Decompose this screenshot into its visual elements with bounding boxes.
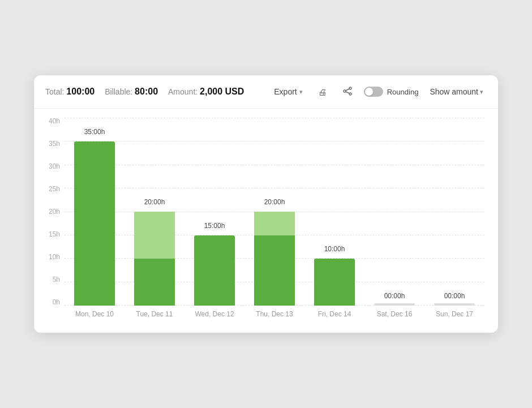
bar-light xyxy=(134,212,175,259)
bar-group: 00:00h xyxy=(364,118,424,306)
x-axis-label: Tue, Dec 11 xyxy=(125,310,185,318)
bar-light xyxy=(254,212,295,235)
toolbar-stats: Total: 100:00 Billable: 80:00 Amount: 2,… xyxy=(45,87,271,97)
y-axis-label: 25h xyxy=(45,186,65,192)
svg-line-4 xyxy=(346,92,349,93)
chart-area: 0h5h10h15h20h25h30h35h40h 35:00h20:00h15… xyxy=(34,109,498,333)
x-axis-label: Sat, Dec 16 xyxy=(364,310,424,318)
y-axis-label: 5h xyxy=(45,276,65,283)
rounding-toggle[interactable] xyxy=(364,87,383,97)
amount-stat: Amount: 2,000 USD xyxy=(168,87,244,97)
amount-label: Amount: xyxy=(168,87,198,96)
share-icon xyxy=(343,87,352,97)
svg-point-2 xyxy=(349,93,351,95)
bar-dark xyxy=(194,235,235,306)
bar-wrapper xyxy=(254,212,295,306)
bar-empty xyxy=(434,303,475,306)
bar-group: 20:00h xyxy=(125,118,185,306)
x-axis-label: Wed, Dec 12 xyxy=(185,310,244,318)
bar-dark xyxy=(254,235,295,306)
total-stat: Total: 100:00 xyxy=(45,87,95,97)
toolbar: Total: 100:00 Billable: 80:00 Amount: 2,… xyxy=(34,75,498,109)
toggle-track xyxy=(364,87,383,97)
bar-wrapper xyxy=(434,303,475,306)
bar-value-label: 10:00h xyxy=(324,245,345,253)
bar-group: 10:00h xyxy=(304,118,364,306)
chart-inner: 0h5h10h15h20h25h30h35h40h 35:00h20:00h15… xyxy=(45,118,484,321)
show-amount-label: Show amount xyxy=(430,87,478,96)
rounding-toggle-container: Rounding xyxy=(364,87,419,97)
billable-value: 80:00 xyxy=(135,87,158,96)
y-axis-label: 15h xyxy=(45,231,65,238)
bar-wrapper xyxy=(314,259,355,306)
toggle-thumb xyxy=(365,88,373,96)
total-value: 100:00 xyxy=(66,87,95,96)
bar-group: 20:00h xyxy=(244,118,304,306)
export-button[interactable]: Export ▾ xyxy=(271,85,306,98)
toolbar-actions: Export ▾ 🖨 xyxy=(271,83,487,100)
bar-value-label: 20:00h xyxy=(144,198,165,206)
bar-wrapper xyxy=(374,303,415,306)
show-amount-chevron-icon: ▾ xyxy=(480,88,483,96)
print-button[interactable]: 🖨 xyxy=(314,83,331,100)
y-axis-label: 0h xyxy=(45,299,65,306)
bar-value-label: 00:00h xyxy=(384,292,405,300)
y-axis: 0h5h10h15h20h25h30h35h40h xyxy=(45,118,65,321)
x-axis-label: Fri, Dec 14 xyxy=(304,310,364,318)
billable-stat: Billable: 80:00 xyxy=(105,87,158,97)
show-amount-button[interactable]: Show amount ▾ xyxy=(426,85,487,98)
bar-wrapper xyxy=(134,212,175,306)
export-label: Export xyxy=(274,87,297,96)
bar-group: 00:00h xyxy=(424,118,484,306)
bar-group: 35:00h xyxy=(65,118,125,306)
x-axis-label: Thu, Dec 13 xyxy=(244,310,304,318)
x-axis-label: Sun, Dec 17 xyxy=(424,310,484,318)
chart-body: 35:00h20:00h15:00h20:00h10:00h00:00h00:0… xyxy=(65,118,484,321)
y-axis-label: 35h xyxy=(45,140,65,147)
share-button[interactable] xyxy=(339,83,356,100)
y-axis-label: 20h xyxy=(45,208,65,215)
bar-dark xyxy=(314,259,355,306)
y-axis-label: 40h xyxy=(45,118,65,124)
main-card: Total: 100:00 Billable: 80:00 Amount: 2,… xyxy=(34,75,498,333)
svg-point-0 xyxy=(349,87,351,89)
x-axis-label: Mon, Dec 10 xyxy=(65,310,125,318)
bar-wrapper xyxy=(74,141,115,306)
y-axis-label: 10h xyxy=(45,254,65,260)
bar-group: 15:00h xyxy=(185,118,244,306)
billable-label: Billable: xyxy=(105,87,132,96)
bar-value-label: 00:00h xyxy=(444,292,465,300)
bar-wrapper xyxy=(194,235,235,306)
bar-value-label: 15:00h xyxy=(204,222,225,230)
x-labels: Mon, Dec 10Tue, Dec 11Wed, Dec 12Thu, De… xyxy=(65,310,484,318)
bars-container: 35:00h20:00h15:00h20:00h10:00h00:00h00:0… xyxy=(65,118,484,306)
bar-dark xyxy=(134,259,175,306)
bar-dark xyxy=(74,141,115,306)
total-label: Total: xyxy=(45,87,64,96)
bar-value-label: 35:00h xyxy=(84,128,105,136)
amount-value: 2,000 USD xyxy=(200,87,244,96)
svg-line-3 xyxy=(346,89,349,91)
bar-value-label: 20:00h xyxy=(264,198,285,206)
y-axis-label: 30h xyxy=(45,163,65,170)
export-chevron-icon: ▾ xyxy=(299,88,303,96)
rounding-label: Rounding xyxy=(387,88,419,96)
print-icon: 🖨 xyxy=(318,87,327,97)
svg-point-1 xyxy=(344,90,346,92)
bar-empty xyxy=(374,303,415,306)
